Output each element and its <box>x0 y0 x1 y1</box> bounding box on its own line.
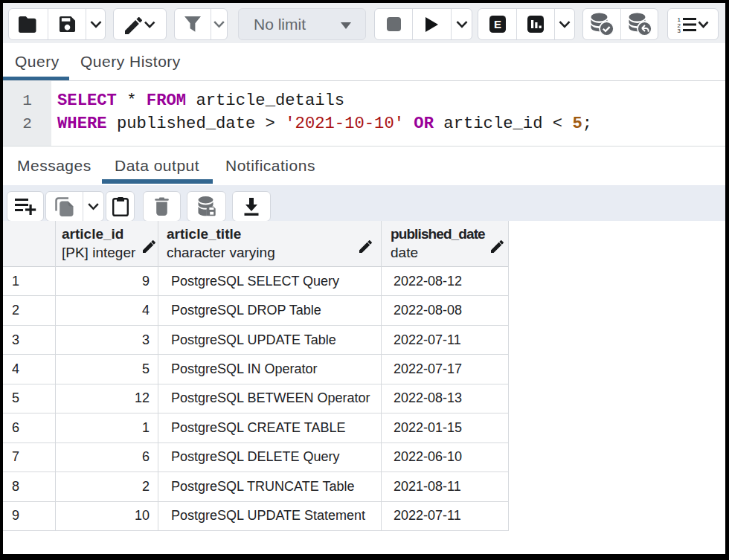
svg-text:E: E <box>494 18 501 30</box>
svg-text:3: 3 <box>678 28 681 33</box>
